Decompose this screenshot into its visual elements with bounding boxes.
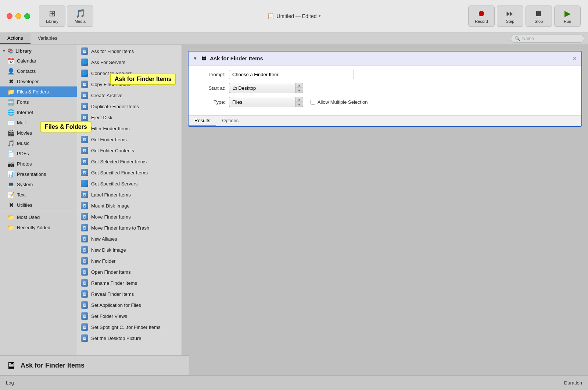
action-eject-disk[interactable]: 🖼 Eject Disk [77,112,182,123]
card-tab-results[interactable]: Results [189,116,216,126]
run-icon: ▶ [564,9,571,18]
sidebar-item-contacts[interactable]: 👤 Contacts [0,66,77,76]
action-set-app-files[interactable]: 🖼 Set Application for Files [77,299,182,311]
tab-actions[interactable]: Actions [0,33,31,44]
action-label-ask-finder-items: Ask for Finder Items [91,49,134,54]
action-ask-finder-items[interactable]: 🖼 Ask for Finder Items [77,46,182,57]
start-at-select[interactable]: 🗂 Desktop [229,83,295,93]
prompt-input[interactable] [229,70,354,79]
sidebar-label-presentations: Presentations [17,171,46,177]
bottom-info: 🖥 Ask for Finder Items [0,355,189,375]
main-content: ▼ 📚 Library 📅 Calendar 👤 Contacts ✖ Deve… [0,45,588,375]
ask-servers-icon: 🌐 [81,58,88,66]
action-ask-servers[interactable]: 🌐 Ask For Servers [77,57,182,68]
connect-servers-icon: 🌐 [81,70,88,77]
step-button[interactable]: ⏭ Step [497,6,523,27]
search-input[interactable] [522,36,577,41]
close-button[interactable] [7,13,12,19]
action-get-finder[interactable]: 🖼 Get Finder Items [77,134,182,145]
sidebar-item-text[interactable]: 📝 Text [0,189,77,200]
set-desktop-icon: 🖼 [81,334,88,342]
action-move-finder-trash[interactable]: 🖼 Move Finder Items to Trash [77,222,182,233]
action-rename-finder[interactable]: 🖼 Rename Finder Items [77,277,182,288]
sidebar-item-developer[interactable]: ✖ Developer [0,76,77,86]
stop-label: Stop [535,19,543,24]
action-move-finder[interactable]: 🖼 Move Finder Items [77,211,182,222]
sidebar-item-pdfs[interactable]: 📄 PDFs [0,148,77,159]
card-title: Ask for Finder Items [210,55,570,61]
sidebar-label-photos: Photos [17,161,32,167]
action-label-finder[interactable]: 🖼 Label Finder Items [77,189,182,200]
sidebar-item-photos[interactable]: 📷 Photos [0,159,77,169]
action-connect-servers[interactable]: 🌐 Connect to Servers [77,68,182,79]
action-get-specified-finder[interactable]: 🖼 Get Specified Finder Items [77,167,182,178]
minimize-button[interactable] [15,13,21,19]
filter-finder-icon: 🖼 [81,125,88,132]
type-step-down[interactable]: ▼ [295,102,303,107]
run-label: Run [564,19,571,24]
sidebar-label-developer: Developer [17,79,39,84]
actions-panel: 🖼 Ask for Finder Items 🌐 Ask For Servers… [77,45,182,375]
type-step-up[interactable]: ▲ [295,97,303,102]
action-get-folder-contents[interactable]: 🖼 Get Folder Contents [77,145,182,156]
action-new-aliases[interactable]: 🖼 New Aliases [77,233,182,244]
start-at-label: Start at: [196,85,225,91]
action-create-archive[interactable]: 🖼 Create Archive [77,90,182,101]
sidebar-item-utilities[interactable]: ✖ Utilities [0,200,77,210]
action-new-folder[interactable]: 🖼 New Folder [77,255,182,266]
action-label-ask-servers: Ask For Servers [91,60,125,65]
action-mount-disk[interactable]: 🖼 Mount Disk Image [77,200,182,211]
set-spotlight-icon: 🖼 [81,323,88,331]
sidebar-item-fonts[interactable]: 🔤 Fonts [0,97,77,107]
type-select[interactable]: Files Folders [229,97,295,107]
set-folder-views-icon: 🖼 [81,312,88,320]
card-close-button[interactable]: ✕ [573,56,577,61]
library-button[interactable]: ⊞ Library [39,6,65,27]
sidebar-item-mail[interactable]: ✉️ Mail [0,117,77,128]
get-folder-icon: 🖼 [81,147,88,154]
contacts-icon: 👤 [7,67,15,75]
traffic-lights [0,13,30,19]
action-get-selected-finder[interactable]: 🖼 Get Selected Finder Items [77,156,182,167]
toolbar-right: ⏺ Record ⏭ Step ⏹ Stop ▶ Run [468,6,581,27]
prompt-row: Prompt: [196,70,574,79]
card-tab-options[interactable]: Options [216,116,244,126]
sidebar-item-movies[interactable]: 🎬 Movies [0,128,77,138]
sidebar-item-music[interactable]: 🎵 Music [0,138,77,148]
start-at-step-down[interactable]: ▼ [295,88,303,93]
sidebar-item-system[interactable]: 💻 System [0,179,77,189]
action-filter-finder[interactable]: 🖼 Filter Finder Items [77,123,182,134]
action-set-folder-views[interactable]: 🖼 Set Folder Views [77,311,182,322]
sidebar-label-pdfs: PDFs [17,151,29,156]
action-duplicate-finder[interactable]: 🖼 Duplicate Finder Items [77,101,182,112]
action-new-disk-image[interactable]: 🖼 New Disk Image [77,244,182,255]
action-get-specified-servers[interactable]: 🌐 Get Specified Servers [77,178,182,189]
sidebar-item-presentations[interactable]: 📊 Presentations [0,169,77,179]
sidebar-label-fonts: Fonts [17,99,29,105]
sidebar-item-files-folders[interactable]: 📁 Files & Folders [0,86,77,97]
record-button[interactable]: ⏺ Record [468,6,495,27]
stop-button[interactable]: ⏹ Stop [526,6,552,27]
action-label-eject-disk: Eject Disk [91,115,112,120]
title-dropdown-icon[interactable]: ▾ [319,14,321,18]
action-set-desktop[interactable]: 🖼 Set the Desktop Picture [77,333,182,344]
sidebar-item-internet[interactable]: 🌐 Internet [0,107,77,117]
maximize-button[interactable] [24,13,30,19]
action-copy-finder[interactable]: 🖼 Copy Finder Items [77,79,182,90]
sidebar-item-most-used[interactable]: 📁 Most Used [0,212,77,222]
card-collapse-icon[interactable]: ▼ [193,56,197,61]
tab-variables[interactable]: Variables [31,33,65,44]
ask-finder-icon: 🖼 [81,47,88,55]
action-reveal-finder[interactable]: 🖼 Reveal Finder Items [77,288,182,299]
media-button[interactable]: 🎵 Media [67,6,93,27]
run-button[interactable]: ▶ Run [554,6,581,27]
library-header[interactable]: ▼ 📚 Library [0,46,77,56]
action-open-finder[interactable]: 🖼 Open Finder Items [77,266,182,277]
sidebar-item-recently-added[interactable]: 📁 Recently Added [0,222,77,233]
search-box[interactable]: 🔍 [511,35,584,43]
sidebar-item-calendar[interactable]: 📅 Calendar [0,56,77,66]
action-label-rename-finder: Rename Finder Items [91,280,137,286]
start-at-step-up[interactable]: ▲ [295,83,303,88]
action-set-spotlight[interactable]: 🖼 Set Spotlight C...for Finder Items [77,322,182,333]
allow-multiple-checkbox[interactable] [311,100,315,104]
